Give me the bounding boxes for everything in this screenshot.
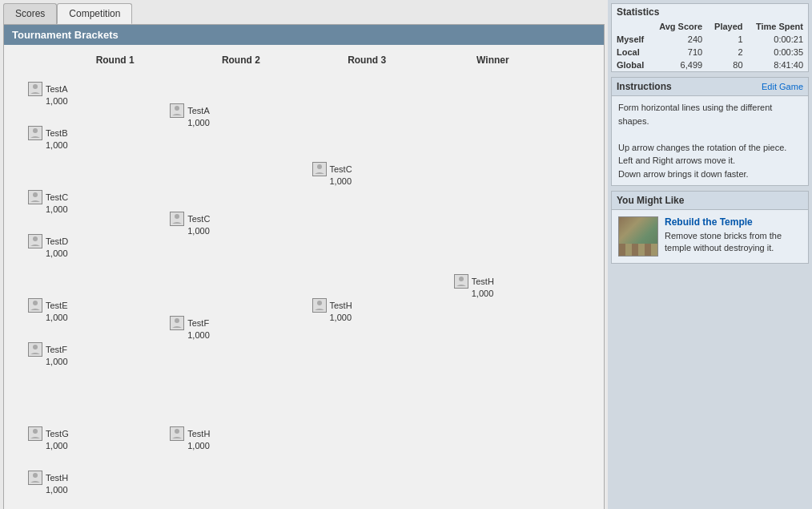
svg-point-13	[317, 301, 322, 305]
bracket-entry: TestC 1,000	[312, 162, 352, 186]
player-icon	[170, 426, 184, 441]
bracket-entry: TestC 1,000	[170, 212, 210, 236]
player-name: TestC	[330, 164, 352, 174]
edit-game-link[interactable]: Edit Game	[762, 82, 803, 91]
stats-label: Myself	[612, 33, 651, 46]
svg-point-0	[33, 84, 38, 89]
bracket-entry: TestA 1,000	[170, 103, 210, 127]
game-description: Remove stone bricks from the temple with…	[665, 230, 802, 255]
player-name: TestH	[472, 277, 494, 286]
instructions-text: Form horizontal lines using the differen…	[612, 96, 808, 185]
stats-row: Local 710 2 0:00:35	[612, 46, 808, 59]
bracket-entry: TestA 1,000	[28, 82, 68, 106]
svg-point-3	[33, 236, 38, 241]
svg-point-5	[33, 345, 38, 349]
player-name: TestA	[46, 84, 68, 94]
player-score: 1,000	[46, 204, 68, 214]
player-icon	[28, 342, 42, 357]
bracket-entry: TestH 1,000	[170, 426, 210, 450]
player-name: TestG	[46, 429, 69, 438]
svg-point-6	[33, 429, 38, 434]
bracket-entry: TestB 1,000	[28, 126, 68, 150]
player-icon	[28, 471, 42, 485]
player-score: 1,000	[472, 289, 494, 298]
player-score: 1,000	[330, 313, 352, 322]
stats-label: Local	[612, 46, 651, 59]
stats-timespent: 0:00:21	[748, 33, 808, 46]
col-timespent: Time Spent	[748, 20, 808, 33]
bracket-entry: TestH 1,000	[312, 298, 352, 322]
stats-timespent: 8:41:40	[748, 59, 808, 71]
player-icon	[28, 82, 42, 96]
statistics-table: Avg Score Played Time Spent Myself 240 1…	[612, 20, 808, 71]
player-name: TestF	[46, 345, 67, 354]
stats-played: 1	[707, 33, 747, 46]
player-score: 1,000	[46, 357, 68, 366]
player-name: TestC	[46, 192, 68, 202]
player-icon	[312, 162, 327, 176]
player-name: TestH	[46, 473, 68, 483]
player-score: 1,000	[46, 313, 68, 322]
player-score: 1,000	[187, 330, 210, 340]
player-name: TestC	[187, 214, 210, 224]
player-score: 1,000	[330, 176, 352, 186]
bracket-entry: TestC 1,000	[28, 190, 68, 214]
winner-header: Winner	[430, 51, 556, 69]
player-score: 1,000	[187, 441, 210, 450]
stats-label: Global	[612, 59, 651, 71]
round3-header: Round 3	[304, 51, 430, 69]
player-icon	[454, 274, 468, 289]
player-score: 1,000	[46, 140, 68, 150]
svg-point-1	[33, 128, 38, 133]
stats-played: 2	[707, 46, 747, 59]
scores-tab[interactable]: Scores	[3, 3, 57, 24]
player-icon	[170, 316, 184, 330]
svg-point-9	[175, 214, 179, 219]
player-name: TestF	[187, 318, 209, 328]
player-icon	[28, 126, 42, 140]
svg-point-14	[459, 277, 464, 281]
player-name: TestH	[330, 301, 352, 310]
player-score: 1,000	[46, 248, 68, 258]
player-icon	[28, 234, 42, 248]
player-score: 1,000	[187, 226, 210, 236]
bracket-entry: TestH 1,000	[28, 471, 68, 495]
col-played: Played	[707, 20, 747, 33]
svg-point-12	[317, 164, 322, 169]
svg-point-2	[33, 192, 38, 197]
player-icon	[28, 298, 42, 313]
player-name: TestD	[46, 236, 68, 246]
player-name: TestA	[187, 106, 210, 115]
stats-avgscore: 6,499	[651, 59, 707, 71]
player-score: 1,000	[187, 118, 210, 127]
stats-timespent: 0:00:35	[748, 46, 808, 59]
game-thumbnail[interactable]	[618, 216, 658, 257]
bracket-entry: TestF 1,000	[28, 342, 68, 366]
tournament-title: Tournament Brackets	[4, 25, 604, 45]
stats-avgscore: 710	[651, 46, 707, 59]
player-icon	[312, 298, 327, 313]
stats-row: Global 6,499 80 8:41:40	[612, 59, 808, 71]
stats-avgscore: 240	[651, 33, 707, 46]
player-score: 1,000	[46, 96, 68, 106]
bracket-entry: TestE 1,000	[28, 298, 68, 322]
round1-header: Round 1	[52, 51, 178, 69]
competition-tab[interactable]: Competition	[57, 3, 132, 24]
game-title[interactable]: Rebuild the Temple	[665, 216, 802, 228]
player-name: TestB	[46, 128, 68, 138]
col-label	[612, 20, 651, 33]
stats-row: Myself 240 1 0:00:21	[612, 33, 808, 46]
player-icon	[170, 103, 184, 118]
svg-point-4	[33, 301, 38, 305]
svg-point-7	[33, 473, 38, 478]
player-name: TestE	[46, 301, 68, 310]
player-score: 1,000	[46, 485, 68, 495]
player-icon	[28, 426, 42, 441]
suggested-game: Rebuild the Temple Remove stone bricks f…	[612, 210, 808, 263]
bracket-entry: TestD 1,000	[28, 234, 68, 258]
round2-header: Round 2	[178, 51, 303, 69]
stats-played: 80	[707, 59, 747, 71]
player-name: TestH	[187, 429, 210, 438]
instructions-title: Instructions	[617, 81, 672, 92]
player-icon	[170, 212, 184, 226]
